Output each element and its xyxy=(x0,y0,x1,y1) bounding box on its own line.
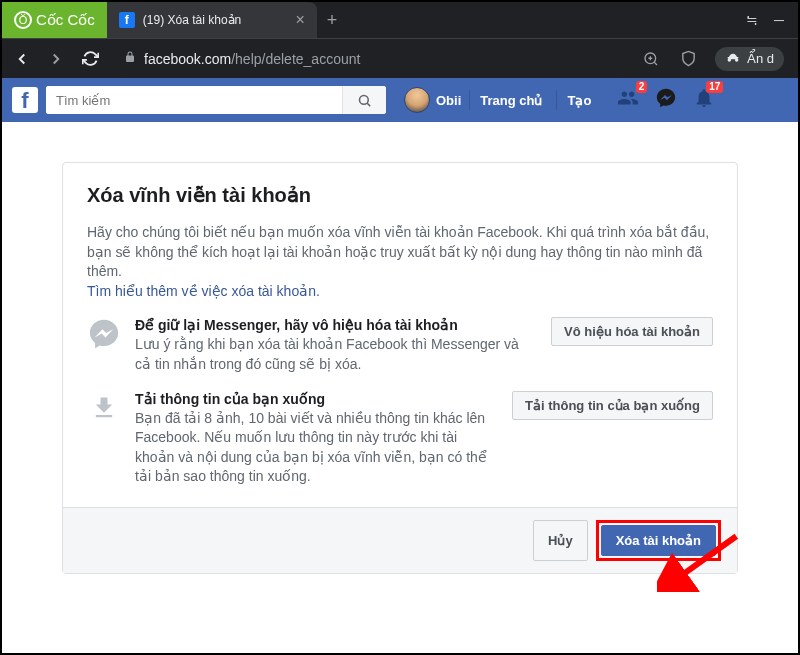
fb-logo[interactable]: f xyxy=(12,87,38,113)
option-download: Tải thông tin của bạn xuống Bạn đã tải 8… xyxy=(87,375,713,487)
svg-line-5 xyxy=(367,103,370,106)
fb-header: f Obii Trang chủ Tạo 2 17 xyxy=(2,78,798,122)
svg-line-7 xyxy=(676,536,736,579)
search-icon xyxy=(357,93,372,108)
coccoc-icon: Ŏ xyxy=(14,11,32,29)
messenger-icon[interactable] xyxy=(655,87,677,113)
search-input[interactable] xyxy=(46,86,342,114)
learn-more-link[interactable]: Tìm hiểu thêm về việc xóa tài khoản. xyxy=(87,283,320,299)
page-title: Xóa vĩnh viễn tài khoản xyxy=(87,183,713,207)
cancel-button[interactable]: Hủy xyxy=(533,520,588,561)
page-description: Hãy cho chúng tôi biết nếu bạn muốn xóa … xyxy=(87,223,713,301)
notifications-icon[interactable]: 17 xyxy=(693,87,715,113)
minimize-icon[interactable]: ─ xyxy=(774,12,784,28)
friends-badge: 2 xyxy=(636,81,648,93)
option-deactivate: Để giữ lại Messenger, hãy vô hiệu hóa tà… xyxy=(87,301,713,374)
forward-button[interactable] xyxy=(44,47,68,71)
profile-link[interactable]: Obii xyxy=(404,87,461,113)
nav-create[interactable]: Tạo xyxy=(556,90,601,110)
option-deactivate-title: Để giữ lại Messenger, hãy vô hiệu hóa tà… xyxy=(135,317,527,333)
fb-notification-icons: 2 17 xyxy=(617,87,715,113)
browser-chrome: Ŏ Cốc Cốc f (19) Xóa tài khoản × + ≒ ─ xyxy=(2,2,798,78)
search-button[interactable] xyxy=(342,86,386,114)
tab-close-icon[interactable]: × xyxy=(296,11,305,29)
fb-search xyxy=(46,86,386,114)
messenger-option-icon xyxy=(87,317,121,351)
nav-home[interactable]: Trang chủ xyxy=(469,90,552,110)
window-indicator-icon: ≒ xyxy=(746,12,756,28)
download-info-button[interactable]: Tải thông tin của bạn xuống xyxy=(512,391,713,420)
tab-favicon: f xyxy=(119,12,135,28)
card-footer: Hủy Xóa tài khoản xyxy=(63,507,737,573)
svg-line-1 xyxy=(654,62,657,65)
friends-icon[interactable]: 2 xyxy=(617,87,639,113)
incognito-badge[interactable]: Ẩn d xyxy=(715,47,784,71)
browser-tab[interactable]: f (19) Xóa tài khoản × xyxy=(107,2,317,38)
coccoc-logo: Ŏ Cốc Cốc xyxy=(2,2,107,38)
fb-nav: Trang chủ Tạo xyxy=(469,90,601,110)
coccoc-text: Cốc Cốc xyxy=(36,11,95,29)
deactivate-button[interactable]: Vô hiệu hóa tài khoản xyxy=(551,317,713,346)
window-controls: ≒ ─ xyxy=(732,2,798,38)
incognito-icon xyxy=(725,51,741,67)
profile-name: Obii xyxy=(436,93,461,108)
url-text: facebook.com/help/delete_account xyxy=(144,51,360,67)
back-button[interactable] xyxy=(10,47,34,71)
incognito-label: Ẩn d xyxy=(747,51,774,66)
option-download-desc: Bạn đã tải 8 ảnh, 10 bài viết và nhiều t… xyxy=(135,409,488,487)
shield-icon[interactable] xyxy=(677,47,701,71)
browser-toolbar: facebook.com/help/delete_account Ẩn d xyxy=(2,38,798,78)
titlebar: Ŏ Cốc Cốc f (19) Xóa tài khoản × + ≒ ─ xyxy=(2,2,798,38)
zoom-icon[interactable] xyxy=(639,47,663,71)
svg-point-4 xyxy=(360,95,369,104)
delete-account-card: Xóa vĩnh viễn tài khoản Hãy cho chúng tô… xyxy=(62,162,738,574)
annotation-arrow xyxy=(657,532,747,592)
reload-button[interactable] xyxy=(78,47,102,71)
notifications-badge: 17 xyxy=(706,81,723,93)
option-download-title: Tải thông tin của bạn xuống xyxy=(135,391,488,407)
tab-title: (19) Xóa tài khoản xyxy=(143,13,288,27)
lock-icon xyxy=(124,51,136,66)
address-bar[interactable]: facebook.com/help/delete_account xyxy=(112,44,629,74)
avatar xyxy=(404,87,430,113)
download-option-icon xyxy=(87,391,121,425)
option-deactivate-desc: Lưu ý rằng khi bạn xóa tài khoản Faceboo… xyxy=(135,335,527,374)
new-tab-button[interactable]: + xyxy=(317,2,348,38)
